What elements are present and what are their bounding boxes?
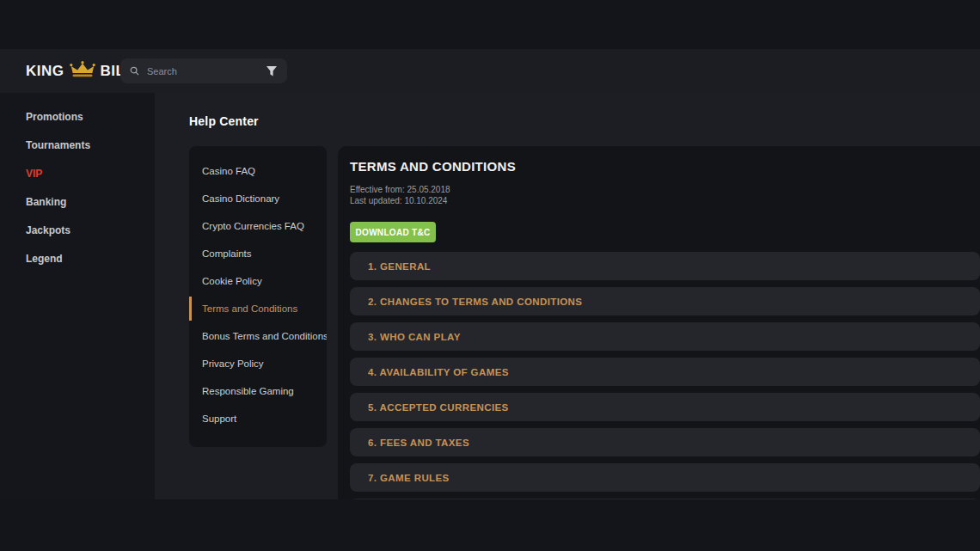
accordion-item-6-fees-and-taxes[interactable]: 6. FEES AND TAXES	[350, 428, 980, 456]
help-nav-item-privacy-policy[interactable]: Privacy Policy	[189, 350, 327, 377]
content-title: TERMS AND CONDITIONS	[350, 159, 516, 174]
header-bar: KING BILLY	[0, 49, 980, 93]
sidebar-item-promotions[interactable]: Promotions	[0, 103, 155, 132]
accordion-item-partial[interactable]	[350, 499, 980, 499]
help-nav-card: Casino FAQCasino DictionaryCrypto Curren…	[189, 146, 327, 447]
help-nav-item-bonus-terms-and-conditions[interactable]: Bonus Terms and Conditions	[189, 322, 327, 350]
accordion-item-5-accepted-currencies[interactable]: 5. ACCEPTED CURRENCIES	[350, 393, 980, 421]
brand-name-king: KING	[26, 64, 64, 78]
search-bar[interactable]	[120, 58, 287, 83]
effective-dates: Effective from: 25.05.2018 Last updated:…	[350, 184, 450, 206]
page-title: Help Center	[189, 114, 259, 128]
page: KING BILLY	[0, 0, 980, 551]
download-tc-button[interactable]: DOWNLOAD T&C	[350, 222, 436, 242]
help-nav-item-cookie-policy[interactable]: Cookie Policy	[189, 267, 327, 295]
sections-accordion: 1. GENERAL2. CHANGES TO TERMS AND CONDIT…	[350, 252, 980, 499]
last-updated-text: Last updated: 10.10.2024	[350, 195, 450, 206]
sidebar-item-vip[interactable]: VIP	[0, 160, 155, 188]
accordion-item-7-game-rules[interactable]: 7. GAME RULES	[350, 463, 980, 492]
help-nav-item-responsible-gaming[interactable]: Responsible Gaming	[189, 377, 327, 405]
help-nav-item-terms-and-conditions[interactable]: Terms and Conditions	[189, 295, 327, 322]
sidebar-item-legend[interactable]: Legend	[0, 245, 155, 273]
sidebar-item-banking[interactable]: Banking	[0, 188, 155, 217]
main-sidebar: PromotionsTournamentsVIPBankingJackpotsL…	[0, 93, 155, 499]
help-nav-item-casino-dictionary[interactable]: Casino Dictionary	[189, 185, 327, 212]
help-nav-item-support[interactable]: Support	[189, 405, 327, 432]
search-icon	[130, 66, 139, 76]
accordion-item-3-who-can-play[interactable]: 3. WHO CAN PLAY	[350, 322, 980, 351]
search-input[interactable]	[145, 65, 260, 77]
content-card: TERMS AND CONDITIONS Effective from: 25.…	[338, 146, 980, 499]
sidebar-item-tournaments[interactable]: Tournaments	[0, 132, 155, 160]
accordion-item-4-availability-of-games[interactable]: 4. AVAILABILITY OF GAMES	[350, 358, 980, 386]
crown-icon	[69, 61, 96, 78]
accordion-item-2-changes-to-terms-and-conditions[interactable]: 2. CHANGES TO TERMS AND CONDITIONS	[350, 287, 980, 315]
help-nav-item-complaints[interactable]: Complaints	[189, 240, 327, 267]
filter-icon[interactable]	[266, 66, 278, 77]
accordion-item-1-general[interactable]: 1. GENERAL	[350, 252, 980, 280]
help-nav-item-casino-faq[interactable]: Casino FAQ	[189, 157, 327, 185]
help-nav-item-crypto-currencies-faq[interactable]: Crypto Currencies FAQ	[189, 212, 327, 240]
help-center-panel: Help Center Casino FAQCasino DictionaryC…	[155, 93, 980, 499]
effective-from-text: Effective from: 25.05.2018	[350, 184, 450, 195]
sidebar-item-jackpots[interactable]: Jackpots	[0, 217, 155, 245]
